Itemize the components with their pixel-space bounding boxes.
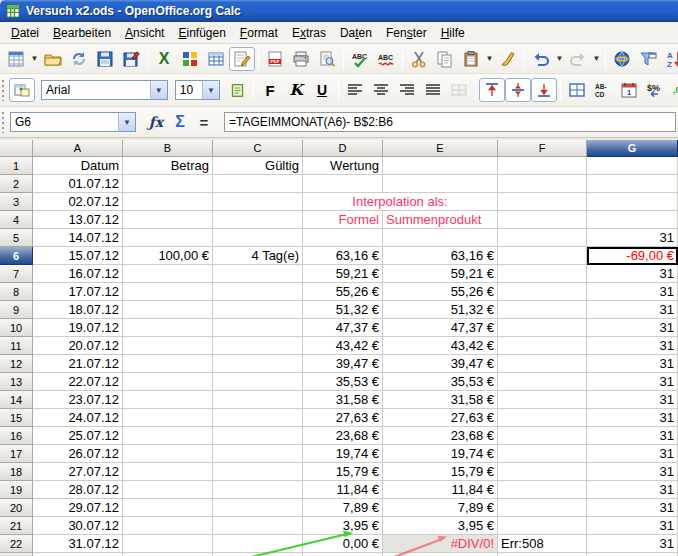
cell-A3[interactable]: 02.07.12 [33, 193, 123, 211]
cell-F2[interactable] [498, 175, 587, 193]
spellcheck-icon[interactable]: ABC [347, 47, 373, 71]
cell-C11[interactable] [213, 337, 303, 355]
cell-F7[interactable] [498, 265, 587, 283]
cell-B3[interactable] [123, 193, 213, 211]
cell-D19[interactable]: 11,84 € [303, 481, 383, 499]
merge-cells-icon[interactable] [446, 78, 472, 102]
row-header-12[interactable]: 12 [0, 355, 33, 373]
cell-D10[interactable]: 47,37 € [303, 319, 383, 337]
redo-icon[interactable] [565, 47, 591, 71]
cell-C8[interactable] [213, 283, 303, 301]
undo-dropdown-icon[interactable]: ▼ [554, 47, 565, 71]
cell-A12[interactable]: 21.07.12 [33, 355, 123, 373]
cell-F1[interactable] [498, 157, 587, 175]
cell-A4[interactable]: 13.07.12 [33, 211, 123, 229]
cell-C1[interactable]: Gültig [213, 157, 303, 175]
menu-hilfe[interactable]: Hilfe [434, 23, 472, 43]
cell-G21[interactable]: 31 [587, 517, 678, 535]
cell-G17[interactable]: 31 [587, 445, 678, 463]
cell-E15[interactable]: 27,63 € [383, 409, 498, 427]
menu-datei[interactable]: Datei [4, 23, 46, 43]
cell-C2[interactable] [213, 175, 303, 193]
cell-D13[interactable]: 35,53 € [303, 373, 383, 391]
menu-ansicht[interactable]: Ansicht [118, 23, 171, 43]
row-header-14[interactable]: 14 [0, 391, 33, 409]
cell-E16[interactable]: 23,68 € [383, 427, 498, 445]
row-header-11[interactable]: 11 [0, 337, 33, 355]
cell-B18[interactable] [123, 463, 213, 481]
cell-E20[interactable]: 7,89 € [383, 499, 498, 517]
paste-dropdown-icon[interactable]: ▼ [484, 47, 495, 71]
row-header-4[interactable]: 4 [0, 211, 33, 229]
cell-B11[interactable] [123, 337, 213, 355]
cell-B21[interactable] [123, 517, 213, 535]
cell-D4[interactable]: Formel [303, 211, 383, 229]
cell-B8[interactable] [123, 283, 213, 301]
cell-A22[interactable]: 31.07.12 [33, 535, 123, 553]
cell-G22[interactable]: 31 [587, 535, 678, 553]
cell-C6[interactable]: 4 Tag(e) [213, 247, 303, 265]
cell-G9[interactable]: 31 [587, 301, 678, 319]
cell-A17[interactable]: 26.07.12 [33, 445, 123, 463]
cell-B16[interactable] [123, 427, 213, 445]
menu-bearbeiten[interactable]: Bearbeiten [46, 23, 118, 43]
cell-G3[interactable] [587, 193, 678, 211]
cell-C14[interactable] [213, 391, 303, 409]
cell-F11[interactable] [498, 337, 587, 355]
cell-D6[interactable]: 63,16 € [303, 247, 383, 265]
cell-D22[interactable]: 0,00 € [303, 535, 383, 553]
cell-B20[interactable] [123, 499, 213, 517]
cell-D21[interactable]: 3,95 € [303, 517, 383, 535]
cell-G6[interactable]: -69,00 € [587, 247, 678, 265]
menu-format[interactable]: Format [233, 23, 285, 43]
cell-G16[interactable]: 31 [587, 427, 678, 445]
align-left-icon[interactable] [342, 78, 368, 102]
cell-F8[interactable] [498, 283, 587, 301]
cell-D16[interactable]: 23,68 € [303, 427, 383, 445]
cell-E19[interactable]: 11,84 € [383, 481, 498, 499]
cell-B4[interactable] [123, 211, 213, 229]
name-box-dropdown-icon[interactable]: ▼ [118, 113, 135, 131]
row-header-17[interactable]: 17 [0, 445, 33, 463]
name-box[interactable]: G6 ▼ [10, 112, 136, 132]
cell-G7[interactable]: 31 [587, 265, 678, 283]
borders-icon[interactable] [564, 78, 590, 102]
cell-C7[interactable] [213, 265, 303, 283]
cell-G4[interactable] [587, 211, 678, 229]
align-justified-icon[interactable] [420, 78, 446, 102]
cell-F10[interactable] [498, 319, 587, 337]
underline-icon[interactable]: U [309, 78, 335, 102]
row-header-3[interactable]: 3 [0, 193, 33, 211]
styles-icon[interactable] [9, 78, 35, 102]
cell-F19[interactable] [498, 481, 587, 499]
cell-C20[interactable] [213, 499, 303, 517]
cell-F12[interactable] [498, 355, 587, 373]
cell-A8[interactable]: 17.07.12 [33, 283, 123, 301]
sum-icon[interactable]: Σ [168, 111, 192, 133]
export-pdf-icon[interactable]: PDF [262, 47, 288, 71]
cell-F15[interactable] [498, 409, 587, 427]
cell-F17[interactable] [498, 445, 587, 463]
cell-F22[interactable]: Err:508 [498, 535, 587, 553]
row-header-15[interactable]: 15 [0, 409, 33, 427]
cell-G1[interactable] [587, 157, 678, 175]
cell-D17[interactable]: 19,74 € [303, 445, 383, 463]
redo-dropdown-icon[interactable]: ▼ [591, 47, 602, 71]
italic-icon[interactable]: K [283, 78, 309, 102]
cell-C9[interactable] [213, 301, 303, 319]
autofilter-icon[interactable] [635, 47, 661, 71]
cell-C13[interactable] [213, 373, 303, 391]
cell-F3[interactable] [498, 193, 587, 211]
page-icon[interactable] [224, 78, 250, 102]
wrap-text-icon[interactable]: AB-CD [590, 78, 616, 102]
column-header-g[interactable]: G [587, 140, 678, 157]
formula-equals-icon[interactable]: = [192, 111, 216, 133]
font-size-combo[interactable]: 10 ▼ [175, 80, 220, 100]
cell-F9[interactable] [498, 301, 587, 319]
cell-A11[interactable]: 20.07.12 [33, 337, 123, 355]
paste-icon[interactable] [458, 47, 484, 71]
format-paintbrush-icon[interactable] [495, 47, 521, 71]
cell-G18[interactable]: 31 [587, 463, 678, 481]
cell-D15[interactable]: 27,63 € [303, 409, 383, 427]
row-header-1[interactable]: 1 [0, 157, 33, 175]
